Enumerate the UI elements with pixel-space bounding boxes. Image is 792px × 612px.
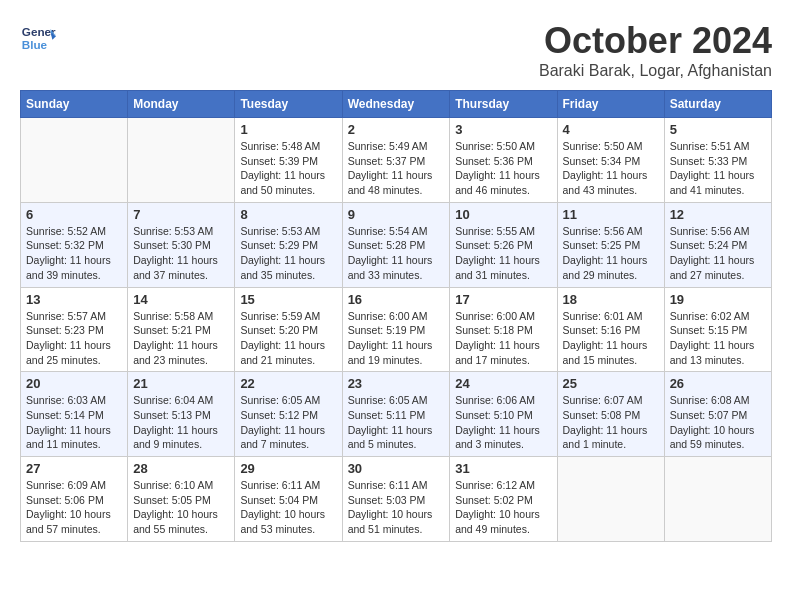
calendar-cell	[128, 118, 235, 203]
calendar-cell: 2Sunrise: 5:49 AMSunset: 5:37 PMDaylight…	[342, 118, 450, 203]
day-info: Sunrise: 6:00 AMSunset: 5:18 PMDaylight:…	[455, 309, 551, 368]
calendar-cell: 9Sunrise: 5:54 AMSunset: 5:28 PMDaylight…	[342, 202, 450, 287]
day-number: 27	[26, 461, 122, 476]
calendar-body: 1Sunrise: 5:48 AMSunset: 5:39 PMDaylight…	[21, 118, 772, 542]
day-number: 3	[455, 122, 551, 137]
day-number: 31	[455, 461, 551, 476]
calendar-cell: 10Sunrise: 5:55 AMSunset: 5:26 PMDayligh…	[450, 202, 557, 287]
day-number: 13	[26, 292, 122, 307]
day-info: Sunrise: 5:50 AMSunset: 5:36 PMDaylight:…	[455, 139, 551, 198]
calendar-cell: 24Sunrise: 6:06 AMSunset: 5:10 PMDayligh…	[450, 372, 557, 457]
calendar-week-4: 20Sunrise: 6:03 AMSunset: 5:14 PMDayligh…	[21, 372, 772, 457]
day-info: Sunrise: 6:06 AMSunset: 5:10 PMDaylight:…	[455, 393, 551, 452]
day-info: Sunrise: 6:05 AMSunset: 5:12 PMDaylight:…	[240, 393, 336, 452]
calendar-cell	[664, 457, 771, 542]
logo: General Blue	[20, 20, 56, 56]
calendar-cell: 29Sunrise: 6:11 AMSunset: 5:04 PMDayligh…	[235, 457, 342, 542]
day-info: Sunrise: 6:10 AMSunset: 5:05 PMDaylight:…	[133, 478, 229, 537]
day-info: Sunrise: 5:53 AMSunset: 5:30 PMDaylight:…	[133, 224, 229, 283]
month-title: October 2024	[539, 20, 772, 62]
day-info: Sunrise: 6:05 AMSunset: 5:11 PMDaylight:…	[348, 393, 445, 452]
day-info: Sunrise: 5:48 AMSunset: 5:39 PMDaylight:…	[240, 139, 336, 198]
day-number: 26	[670, 376, 766, 391]
calendar-cell: 30Sunrise: 6:11 AMSunset: 5:03 PMDayligh…	[342, 457, 450, 542]
day-number: 11	[563, 207, 659, 222]
calendar-cell: 8Sunrise: 5:53 AMSunset: 5:29 PMDaylight…	[235, 202, 342, 287]
calendar-cell: 15Sunrise: 5:59 AMSunset: 5:20 PMDayligh…	[235, 287, 342, 372]
weekday-header-monday: Monday	[128, 91, 235, 118]
logo-icon: General Blue	[20, 20, 56, 56]
calendar-table: SundayMondayTuesdayWednesdayThursdayFrid…	[20, 90, 772, 542]
day-info: Sunrise: 5:50 AMSunset: 5:34 PMDaylight:…	[563, 139, 659, 198]
calendar-cell: 5Sunrise: 5:51 AMSunset: 5:33 PMDaylight…	[664, 118, 771, 203]
day-number: 6	[26, 207, 122, 222]
day-info: Sunrise: 6:00 AMSunset: 5:19 PMDaylight:…	[348, 309, 445, 368]
day-number: 8	[240, 207, 336, 222]
day-number: 9	[348, 207, 445, 222]
day-number: 7	[133, 207, 229, 222]
calendar-cell: 1Sunrise: 5:48 AMSunset: 5:39 PMDaylight…	[235, 118, 342, 203]
calendar-cell	[557, 457, 664, 542]
calendar-week-5: 27Sunrise: 6:09 AMSunset: 5:06 PMDayligh…	[21, 457, 772, 542]
calendar-cell: 20Sunrise: 6:03 AMSunset: 5:14 PMDayligh…	[21, 372, 128, 457]
day-number: 10	[455, 207, 551, 222]
calendar-cell: 19Sunrise: 6:02 AMSunset: 5:15 PMDayligh…	[664, 287, 771, 372]
day-info: Sunrise: 5:53 AMSunset: 5:29 PMDaylight:…	[240, 224, 336, 283]
location-title: Baraki Barak, Logar, Afghanistan	[539, 62, 772, 80]
day-number: 29	[240, 461, 336, 476]
day-info: Sunrise: 5:57 AMSunset: 5:23 PMDaylight:…	[26, 309, 122, 368]
day-info: Sunrise: 6:04 AMSunset: 5:13 PMDaylight:…	[133, 393, 229, 452]
day-info: Sunrise: 6:07 AMSunset: 5:08 PMDaylight:…	[563, 393, 659, 452]
calendar-cell: 13Sunrise: 5:57 AMSunset: 5:23 PMDayligh…	[21, 287, 128, 372]
page-header: General Blue October 2024 Baraki Barak, …	[20, 20, 772, 80]
calendar-header-row: SundayMondayTuesdayWednesdayThursdayFrid…	[21, 91, 772, 118]
day-info: Sunrise: 5:54 AMSunset: 5:28 PMDaylight:…	[348, 224, 445, 283]
day-info: Sunrise: 5:59 AMSunset: 5:20 PMDaylight:…	[240, 309, 336, 368]
day-number: 18	[563, 292, 659, 307]
day-info: Sunrise: 5:58 AMSunset: 5:21 PMDaylight:…	[133, 309, 229, 368]
day-info: Sunrise: 6:08 AMSunset: 5:07 PMDaylight:…	[670, 393, 766, 452]
calendar-cell: 17Sunrise: 6:00 AMSunset: 5:18 PMDayligh…	[450, 287, 557, 372]
day-info: Sunrise: 5:56 AMSunset: 5:24 PMDaylight:…	[670, 224, 766, 283]
day-info: Sunrise: 6:01 AMSunset: 5:16 PMDaylight:…	[563, 309, 659, 368]
weekday-header-friday: Friday	[557, 91, 664, 118]
day-number: 16	[348, 292, 445, 307]
day-info: Sunrise: 5:52 AMSunset: 5:32 PMDaylight:…	[26, 224, 122, 283]
day-info: Sunrise: 5:55 AMSunset: 5:26 PMDaylight:…	[455, 224, 551, 283]
day-number: 15	[240, 292, 336, 307]
day-info: Sunrise: 6:11 AMSunset: 5:03 PMDaylight:…	[348, 478, 445, 537]
day-info: Sunrise: 5:49 AMSunset: 5:37 PMDaylight:…	[348, 139, 445, 198]
day-number: 17	[455, 292, 551, 307]
day-number: 5	[670, 122, 766, 137]
calendar-cell: 4Sunrise: 5:50 AMSunset: 5:34 PMDaylight…	[557, 118, 664, 203]
day-number: 23	[348, 376, 445, 391]
calendar-cell: 3Sunrise: 5:50 AMSunset: 5:36 PMDaylight…	[450, 118, 557, 203]
title-area: October 2024 Baraki Barak, Logar, Afghan…	[539, 20, 772, 80]
day-number: 30	[348, 461, 445, 476]
day-number: 14	[133, 292, 229, 307]
day-info: Sunrise: 6:12 AMSunset: 5:02 PMDaylight:…	[455, 478, 551, 537]
calendar-cell: 16Sunrise: 6:00 AMSunset: 5:19 PMDayligh…	[342, 287, 450, 372]
day-info: Sunrise: 6:11 AMSunset: 5:04 PMDaylight:…	[240, 478, 336, 537]
day-number: 12	[670, 207, 766, 222]
day-number: 2	[348, 122, 445, 137]
day-info: Sunrise: 5:51 AMSunset: 5:33 PMDaylight:…	[670, 139, 766, 198]
weekday-header-saturday: Saturday	[664, 91, 771, 118]
weekday-header-tuesday: Tuesday	[235, 91, 342, 118]
calendar-cell	[21, 118, 128, 203]
calendar-cell: 6Sunrise: 5:52 AMSunset: 5:32 PMDaylight…	[21, 202, 128, 287]
calendar-cell: 7Sunrise: 5:53 AMSunset: 5:30 PMDaylight…	[128, 202, 235, 287]
calendar-week-2: 6Sunrise: 5:52 AMSunset: 5:32 PMDaylight…	[21, 202, 772, 287]
day-info: Sunrise: 6:02 AMSunset: 5:15 PMDaylight:…	[670, 309, 766, 368]
calendar-cell: 21Sunrise: 6:04 AMSunset: 5:13 PMDayligh…	[128, 372, 235, 457]
calendar-cell: 14Sunrise: 5:58 AMSunset: 5:21 PMDayligh…	[128, 287, 235, 372]
day-number: 4	[563, 122, 659, 137]
calendar-cell: 23Sunrise: 6:05 AMSunset: 5:11 PMDayligh…	[342, 372, 450, 457]
day-number: 28	[133, 461, 229, 476]
calendar-week-1: 1Sunrise: 5:48 AMSunset: 5:39 PMDaylight…	[21, 118, 772, 203]
calendar-cell: 27Sunrise: 6:09 AMSunset: 5:06 PMDayligh…	[21, 457, 128, 542]
day-number: 20	[26, 376, 122, 391]
day-number: 21	[133, 376, 229, 391]
calendar-cell: 18Sunrise: 6:01 AMSunset: 5:16 PMDayligh…	[557, 287, 664, 372]
day-number: 25	[563, 376, 659, 391]
